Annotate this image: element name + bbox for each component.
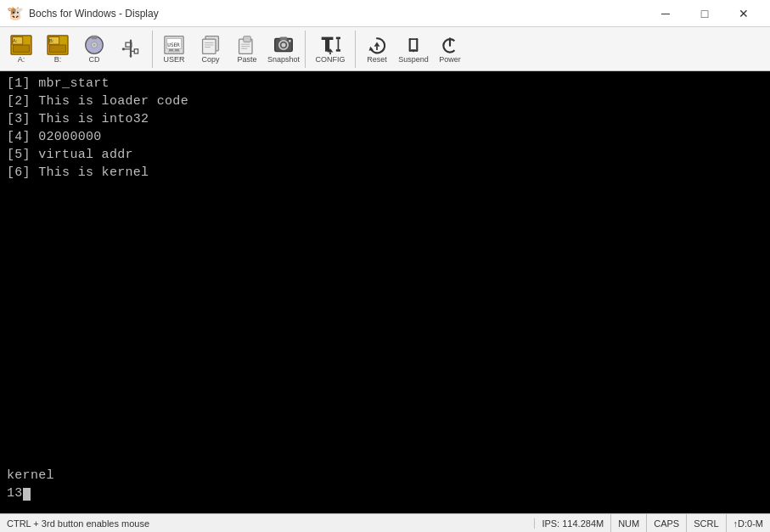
power-group: Reset Suspend Power xyxy=(359,31,471,68)
title-bar: 🐮 Bochs for Windows - Display ─ □ ✕ xyxy=(0,0,770,27)
svg-marker-48 xyxy=(374,42,380,46)
window-title: Bochs for Windows - Display xyxy=(29,8,159,20)
status-bar: CTRL + 3rd button enables mouse IPS: 114… xyxy=(0,513,770,532)
svg-point-10 xyxy=(93,43,95,46)
snapshot-icon xyxy=(272,35,295,55)
status-scrl: SCRL xyxy=(687,514,726,532)
status-hint: CTRL + 3rd button enables mouse xyxy=(0,518,535,529)
title-controls: ─ □ ✕ xyxy=(646,0,763,27)
config-button[interactable]: CONFIG xyxy=(309,31,351,68)
snapshot-label: Snapshot xyxy=(267,56,300,64)
paste-label: Paste xyxy=(237,56,256,64)
cdrom-label: CD xyxy=(89,56,100,64)
terminal-cursor xyxy=(23,488,31,501)
cdrom-button[interactable]: CD xyxy=(76,31,112,68)
svg-text:USER: USER xyxy=(167,41,180,47)
svg-text:A:: A: xyxy=(13,37,18,42)
svg-rect-46 xyxy=(329,52,331,54)
svg-rect-43 xyxy=(338,39,340,49)
reset-button[interactable]: Reset xyxy=(359,31,395,68)
status-num: NUM xyxy=(611,514,647,532)
power-icon xyxy=(438,35,462,55)
usb-icon xyxy=(119,38,143,59)
terminal-output: [1] mbr_start [2] This is loader code [3… xyxy=(7,75,763,502)
status-ips: IPS: 114.284M xyxy=(535,514,611,532)
svg-rect-38 xyxy=(280,36,288,39)
copy-icon xyxy=(199,35,222,55)
svg-rect-42 xyxy=(336,36,340,39)
minimize-button[interactable]: ─ xyxy=(646,0,685,27)
action-group: USER USER Copy Paste xyxy=(156,31,306,68)
user-label: USER xyxy=(163,56,184,64)
floppy-b-label: B: xyxy=(54,56,62,64)
copy-label: Copy xyxy=(201,56,219,64)
svg-text:B:: B: xyxy=(49,37,54,42)
snapshot-button[interactable]: Snapshot xyxy=(266,31,301,68)
app-icon: 🐮 xyxy=(7,5,24,21)
floppy-b-icon: B: xyxy=(46,35,70,55)
svg-rect-17 xyxy=(134,49,138,53)
svg-rect-6 xyxy=(50,45,66,53)
floppy-a-label: A: xyxy=(18,56,25,64)
svg-point-37 xyxy=(281,42,285,47)
svg-rect-23 xyxy=(168,50,180,52)
copy-button[interactable]: Copy xyxy=(193,31,228,68)
maximize-button[interactable]: □ xyxy=(685,0,724,27)
svg-rect-40 xyxy=(322,36,334,39)
paste-icon xyxy=(235,35,259,55)
suspend-icon xyxy=(402,35,425,55)
floppy-a-button[interactable]: A: A: xyxy=(3,31,39,68)
power-label: Power xyxy=(439,56,461,64)
svg-marker-47 xyxy=(369,46,374,50)
status-id: ↑D:0-M xyxy=(727,514,770,532)
status-caps: CAPS xyxy=(647,514,687,532)
title-left: 🐮 Bochs for Windows - Display xyxy=(7,5,159,21)
svg-rect-44 xyxy=(336,49,340,52)
paste-button[interactable]: Paste xyxy=(229,31,265,68)
svg-marker-18 xyxy=(129,56,132,59)
svg-rect-31 xyxy=(244,36,251,42)
svg-rect-39 xyxy=(289,40,291,42)
config-icon xyxy=(317,35,344,55)
suspend-label: Suspend xyxy=(398,56,429,64)
svg-point-15 xyxy=(122,48,125,50)
close-button[interactable]: ✕ xyxy=(724,0,763,27)
svg-rect-2 xyxy=(14,45,30,53)
usb-button[interactable] xyxy=(113,31,149,68)
toolbar: A: A: B: B: CD xyxy=(0,27,770,71)
drive-group: A: A: B: B: CD xyxy=(3,31,153,68)
power-button[interactable]: Power xyxy=(432,31,468,68)
reset-icon xyxy=(365,35,389,55)
svg-rect-11 xyxy=(92,35,98,38)
config-label: CONFIG xyxy=(316,56,346,64)
floppy-b-button[interactable]: B: B: xyxy=(40,31,76,68)
user-button[interactable]: USER USER xyxy=(156,31,192,68)
suspend-button[interactable]: Suspend xyxy=(396,31,431,68)
cdrom-icon xyxy=(82,35,106,55)
svg-rect-26 xyxy=(203,39,216,53)
user-icon: USER xyxy=(162,35,186,55)
floppy-a-icon: A: xyxy=(9,35,33,55)
display-area[interactable]: [1] mbr_start [2] This is loader code [3… xyxy=(0,71,770,513)
svg-rect-41 xyxy=(325,40,329,52)
config-group: CONFIG xyxy=(309,31,356,68)
reset-label: Reset xyxy=(367,56,387,64)
svg-rect-49 xyxy=(376,46,378,49)
